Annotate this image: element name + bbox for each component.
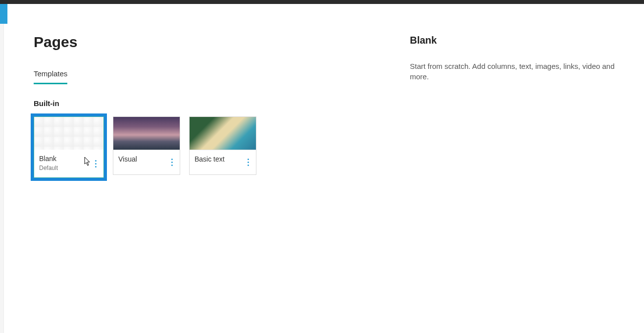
tabs: Templates [34, 65, 400, 84]
template-title: Visual [118, 155, 175, 163]
template-card-body: Basic text [190, 150, 256, 174]
top-bar [0, 0, 644, 4]
template-card-body: Blank Default [34, 150, 103, 177]
tab-templates[interactable]: Templates [34, 65, 67, 84]
detail-column: Blank Start from scratch. Add columns, t… [400, 34, 633, 178]
template-card-blank[interactable]: Blank Default [34, 116, 104, 178]
more-vertical-icon[interactable] [167, 156, 177, 169]
template-card-basic-text[interactable]: Basic text [189, 116, 256, 175]
template-thumb-blank [34, 117, 103, 150]
section-heading-builtin: Built-in [34, 99, 400, 108]
detail-description: Start from scratch. Add columns, text, i… [410, 61, 633, 82]
left-gutter [0, 24, 4, 333]
accent-strip [0, 4, 7, 24]
template-thumb-visual [113, 117, 180, 150]
template-title: Blank [39, 155, 99, 163]
more-vertical-icon[interactable] [243, 156, 253, 169]
more-vertical-icon[interactable] [91, 157, 100, 170]
detail-title: Blank [410, 35, 633, 46]
template-title: Basic text [195, 155, 251, 163]
template-cards: Blank Default Visual [34, 116, 400, 178]
page-title: Pages [34, 34, 400, 51]
template-thumb-basic-text [190, 117, 256, 150]
template-subtitle: Default [39, 165, 99, 171]
template-card-visual[interactable]: Visual [113, 116, 180, 175]
template-card-body: Visual [113, 150, 180, 174]
templates-column: Pages Templates Built-in Blank Default [34, 34, 400, 178]
main-content: Pages Templates Built-in Blank Default [0, 4, 644, 178]
